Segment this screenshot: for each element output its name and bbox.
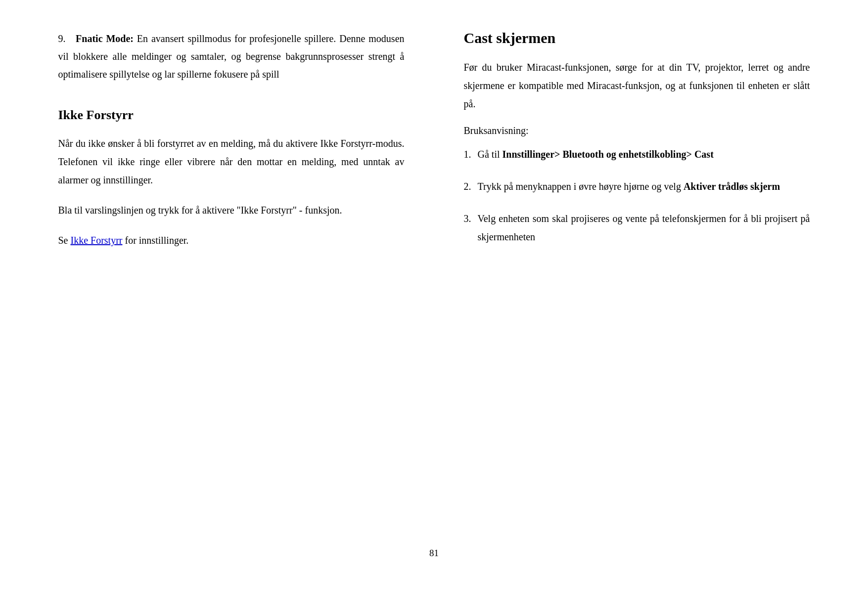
step1-bold: Innstillinger> Bluetooth og enhetstilkob… xyxy=(503,149,714,160)
ikkeforstyrr-para3: Se Ikke Forstyrr for innstillinger. xyxy=(58,231,405,250)
step2-number: 2. xyxy=(464,177,478,196)
item9-text: 9. Fnatic Mode: En avansert spillmodus f… xyxy=(58,30,405,83)
step1-content: Gå til Innstillinger> Bluetooth og enhet… xyxy=(478,145,810,164)
step3-content: Velg enheten som skal projiseres og vent… xyxy=(478,210,810,246)
cast-heading: Cast skjermen xyxy=(464,30,810,46)
step3-number: 3. xyxy=(464,210,478,228)
page-container: 9. Fnatic Mode: En avansert spillmodus f… xyxy=(39,0,830,593)
ikkeforstyrr-heading: Ikke Forstyrr xyxy=(58,108,405,123)
cast-step-1: 1. Gå til Innstillinger> Bluetooth og en… xyxy=(464,145,810,164)
step1-prefix: Gå til xyxy=(478,149,503,160)
cast-steps-list: 1. Gå til Innstillinger> Bluetooth og en… xyxy=(464,145,810,246)
two-column-layout: 9. Fnatic Mode: En avansert spillmodus f… xyxy=(58,30,810,538)
item9-label: Fnatic Mode: xyxy=(76,33,134,44)
ikkeforstyrr-para3-suffix: for innstillinger. xyxy=(122,235,188,246)
cast-step-3: 3. Velg enheten som skal projiseres og v… xyxy=(464,210,810,246)
page-footer: 81 xyxy=(58,538,810,564)
section-ikkeforstyrr: Ikke Forstyrr Når du ikke ønsker å bli f… xyxy=(58,108,405,250)
ikkeforstyrr-para1: Når du ikke ønsker å bli forstyrret av e… xyxy=(58,134,405,189)
step1-number: 1. xyxy=(464,145,478,164)
left-column: 9. Fnatic Mode: En avansert spillmodus f… xyxy=(58,30,419,538)
step2-prefix: Trykk på menyknappen i øvre høyre hjørne… xyxy=(478,181,684,192)
step3-text: Velg enheten som skal projiseres og vent… xyxy=(478,213,810,242)
instructions-label: Bruksanvisning: xyxy=(464,125,810,136)
page-number: 81 xyxy=(429,548,439,558)
cast-intro: Før du bruker Miracast-funksjonen, sørge… xyxy=(464,58,810,113)
step2-bold: Aktiver trådløs skjerm xyxy=(684,181,780,192)
right-column: Cast skjermen Før du bruker Miracast-fun… xyxy=(449,30,810,538)
ikkeforstyrr-para3-prefix: Se xyxy=(58,235,71,246)
ikkeforstyrr-link[interactable]: Ikke Forstyrr xyxy=(71,235,123,246)
item9-number: 9. xyxy=(58,33,66,44)
cast-step-2: 2. Trykk på menyknappen i øvre høyre hjø… xyxy=(464,177,810,196)
ikkeforstyrr-para2: Bla til varslingslinjen og trykk for å a… xyxy=(58,201,405,219)
section-item-9: 9. Fnatic Mode: En avansert spillmodus f… xyxy=(58,30,405,83)
step2-content: Trykk på menyknappen i øvre høyre hjørne… xyxy=(478,177,810,196)
